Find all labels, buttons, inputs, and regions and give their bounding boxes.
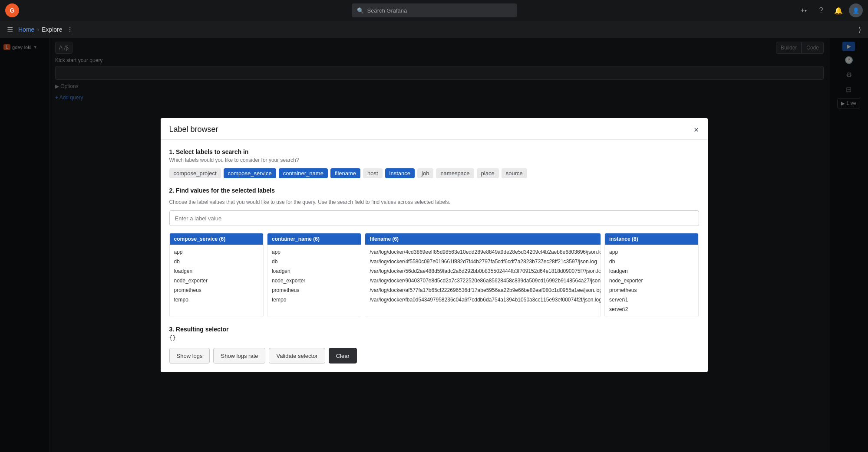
list-item[interactable]: /var/log/docker/fba0d543497958236c04a6f7… [365, 295, 601, 305]
column-header-instance: instance (8) [605, 233, 698, 245]
column-header-compose-service: compose_service (6) [170, 233, 263, 245]
label-value-search-input[interactable] [169, 210, 699, 226]
label-pill-job[interactable]: job [417, 168, 433, 178]
resulting-selector: {} [169, 334, 699, 341]
modal-close-button[interactable]: × [694, 125, 699, 134]
column-body-instance: app db loadgen node_exporter prometheus … [605, 245, 698, 317]
list-item[interactable]: loadgen [170, 266, 263, 276]
list-item[interactable]: /var/log/docker/4f5580c097e019661f882d7f… [365, 257, 601, 266]
columns-container: compose_service (6) app db loadgen node_… [169, 233, 699, 317]
column-body-filename: /var/log/docker/4cd3869eeff85d98563e10ed… [365, 245, 601, 310]
section1: 1. Select labels to search in Which labe… [169, 148, 699, 178]
list-item[interactable]: node_exporter [267, 276, 361, 285]
label-pill-place[interactable]: place [477, 168, 499, 178]
breadcrumb: Home › Explore ⋮ [18, 26, 73, 33]
list-item[interactable]: tempo [170, 295, 263, 305]
grafana-logo[interactable]: G [5, 3, 19, 17]
list-item[interactable]: app [267, 247, 361, 257]
label-pill-host[interactable]: host [363, 168, 383, 178]
list-item[interactable]: app [170, 247, 263, 257]
column-container-name: container_name (6) app db loadgen node_e… [267, 233, 361, 317]
share-icon[interactable]: ⋮ [67, 26, 73, 33]
section3-title: 3. Resulting selector [169, 326, 699, 333]
list-item[interactable]: prometheus [267, 285, 361, 295]
list-item[interactable]: /var/log/docker/90403707e8d5cd2a7c372252… [365, 276, 601, 285]
section2-title: 2. Find values for the selected labels [169, 187, 699, 194]
show-logs-button[interactable]: Show logs [169, 348, 210, 364]
list-item[interactable]: prometheus [605, 285, 698, 295]
avatar[interactable]: 👤 [849, 3, 863, 17]
labels-row: compose_project compose_service containe… [169, 168, 699, 178]
section1-title: 1. Select labels to search in [169, 148, 699, 155]
list-item[interactable]: /var/log/docker/56dd2ae488d59fadc2a6d292… [365, 266, 601, 276]
label-browser-modal: Label browser × 1. Select labels to sear… [161, 118, 708, 372]
label-pill-filename[interactable]: filename [330, 168, 360, 178]
validate-selector-button[interactable]: Validate selector [269, 348, 325, 364]
modal-overlay[interactable]: Label browser × 1. Select labels to sear… [0, 38, 868, 452]
top-nav: G 🔍 Search Grafana + ▾ ? 🔔 👤 [0, 0, 868, 21]
list-item[interactable]: loadgen [605, 266, 698, 276]
column-body-compose-service: app db loadgen node_exporter prometheus … [170, 245, 263, 310]
clear-button[interactable]: Clear [329, 348, 357, 364]
section1-subtitle: Which labels would you like to consider … [169, 157, 699, 163]
help-button[interactable]: ? [814, 3, 828, 17]
section2-subtitle: Choose the label values that you would l… [169, 199, 699, 205]
column-body-container-name: app db loadgen node_exporter prometheus … [267, 245, 361, 310]
modal-footer: Show logs Show logs rate Validate select… [169, 348, 699, 364]
list-item[interactable]: server\2 [605, 305, 698, 314]
main-content: L gdev-loki ▼ A /β Builder Code Kick sta… [0, 38, 868, 452]
list-item[interactable]: db [605, 257, 698, 266]
label-pill-compose-service[interactable]: compose_service [224, 168, 276, 178]
modal-header: Label browser × [161, 118, 708, 140]
modal-title: Label browser [169, 125, 218, 134]
breadcrumb-explore[interactable]: Explore [42, 26, 62, 33]
list-item[interactable]: db [170, 257, 263, 266]
list-item[interactable]: /var/log/docker/af577fa17b65cf222696536d… [365, 285, 601, 295]
list-item[interactable]: tempo [267, 295, 361, 305]
label-pill-instance[interactable]: instance [385, 168, 415, 178]
nav-right-second: ⟩ [858, 26, 861, 34]
column-instance: instance (8) app db loadgen node_exporte… [604, 233, 699, 317]
column-header-filename: filename (6) [365, 233, 601, 245]
breadcrumb-home[interactable]: Home [18, 26, 34, 33]
label-pill-source[interactable]: source [502, 168, 527, 178]
list-item[interactable]: /var/log/docker/4cd3869eeff85d98563e10ed… [365, 247, 601, 257]
list-item[interactable]: server\1 [605, 295, 698, 305]
notifications-button[interactable]: 🔔 [832, 3, 845, 17]
list-item[interactable]: db [267, 257, 361, 266]
column-compose-service: compose_service (6) app db loadgen node_… [169, 233, 264, 317]
list-item[interactable]: app [605, 247, 698, 257]
second-nav: ☰ Home › Explore ⋮ ⟩ [0, 21, 868, 38]
add-button[interactable]: + ▾ [797, 3, 811, 17]
menu-icon[interactable]: ☰ [7, 26, 13, 34]
modal-body: 1. Select labels to search in Which labe… [161, 140, 708, 372]
column-header-container-name: container_name (6) [267, 233, 361, 245]
collapse-button[interactable]: ⟩ [858, 26, 861, 34]
search-icon: 🔍 [357, 7, 364, 14]
label-pill-container-name[interactable]: container_name [279, 168, 328, 178]
list-item[interactable]: loadgen [267, 266, 361, 276]
label-pill-compose-project[interactable]: compose_project [169, 168, 221, 178]
search-bar[interactable]: 🔍 Search Grafana [352, 3, 517, 17]
section3: 3. Resulting selector {} [169, 326, 699, 341]
list-item[interactable]: node_exporter [605, 276, 698, 285]
label-pill-namespace[interactable]: namespace [436, 168, 474, 178]
column-filename: filename (6) /var/log/docker/4cd3869eeff… [365, 233, 601, 317]
section2: 2. Find values for the selected labels C… [169, 187, 699, 317]
show-logs-rate-button[interactable]: Show logs rate [213, 348, 265, 364]
list-item[interactable]: prometheus [170, 285, 263, 295]
list-item[interactable]: node_exporter [170, 276, 263, 285]
breadcrumb-separator: › [37, 26, 39, 33]
nav-right: + ▾ ? 🔔 👤 [797, 3, 863, 17]
